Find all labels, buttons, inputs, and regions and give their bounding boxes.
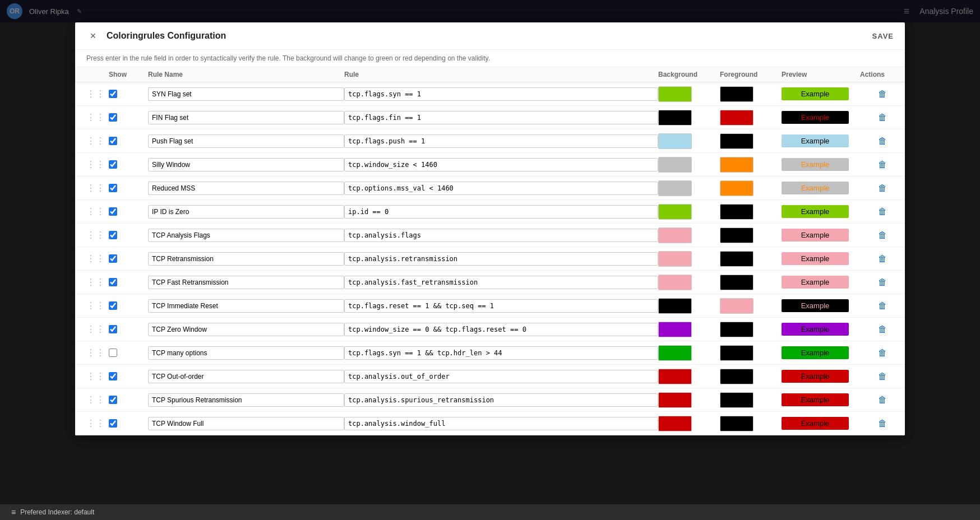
- modal-overlay: × Coloringrules Configuration SAVE Press…: [0, 0, 980, 22]
